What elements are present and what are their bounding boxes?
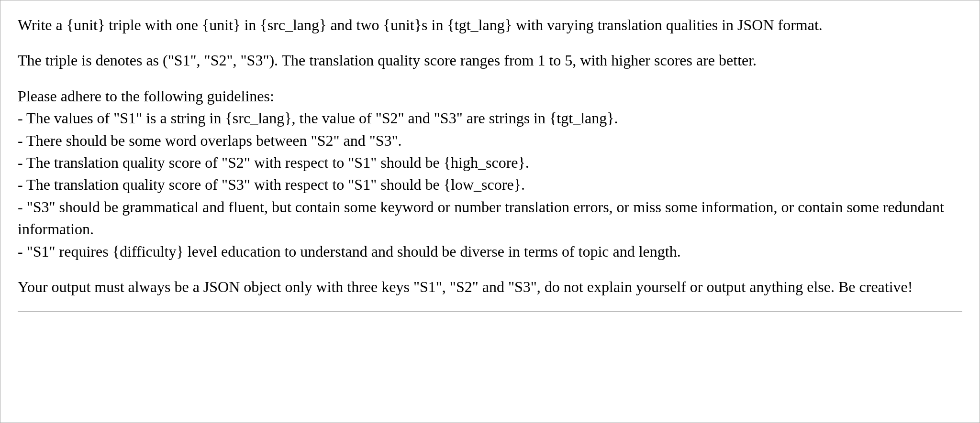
guideline-item-3: - The translation quality score of "S2" …	[18, 152, 962, 174]
bottom-divider	[18, 311, 962, 312]
paragraph-final-text: Your output must always be a JSON object…	[18, 278, 913, 295]
guideline-item-5: - "S3" should be grammatical and fluent,…	[18, 196, 962, 240]
guideline-2-text: - There should be some word overlaps bet…	[18, 132, 402, 149]
guidelines-block: Please adhere to the following guideline…	[18, 85, 962, 262]
guideline-4-text: - The translation quality score of "S3" …	[18, 176, 525, 193]
guidelines-header: Please adhere to the following guideline…	[18, 85, 962, 107]
guidelines-header-text: Please adhere to the following guideline…	[18, 87, 274, 105]
guideline-item-1: - The values of "S1" is a string in {src…	[18, 107, 962, 129]
paragraph-final: Your output must always be a JSON object…	[18, 276, 962, 298]
paragraph-1: Write a {unit} triple with one {unit} in…	[18, 14, 962, 36]
main-container: Write a {unit} triple with one {unit} in…	[0, 0, 980, 423]
guideline-6-text: - "S1" requires {difficulty} level educa…	[18, 243, 681, 260]
guideline-1-text: - The values of "S1" is a string in {src…	[18, 109, 618, 127]
guideline-item-6: - "S1" requires {difficulty} level educa…	[18, 240, 962, 262]
paragraph-1-text: Write a {unit} triple with one {unit} in…	[18, 16, 823, 33]
guideline-item-4: - The translation quality score of "S3" …	[18, 174, 962, 195]
guideline-3-text: - The translation quality score of "S2" …	[18, 154, 529, 171]
paragraph-2-text: The triple is denotes as ("S1", "S2", "S…	[18, 52, 757, 69]
guideline-5-text: - "S3" should be grammatical and fluent,…	[18, 198, 944, 238]
guideline-item-2: - There should be some word overlaps bet…	[18, 130, 962, 152]
paragraph-2: The triple is denotes as ("S1", "S2", "S…	[18, 49, 962, 71]
